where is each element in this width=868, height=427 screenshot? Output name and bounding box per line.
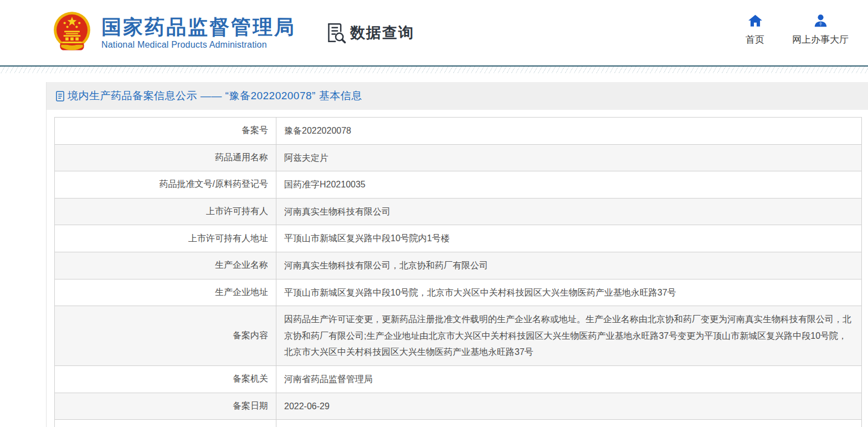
row-label: 生产企业地址: [55, 279, 276, 306]
table-row: 生产企业名称河南真实生物科技有限公司，北京协和药厂有限公司: [55, 252, 862, 279]
table-row: 备案号豫备2022020078: [55, 118, 862, 145]
row-value: 国药准字H20210035: [276, 171, 862, 199]
row-value: 已备案: [276, 420, 862, 427]
row-label: 备案内容: [55, 306, 276, 366]
home-icon: [748, 13, 763, 28]
row-value: 2022-06-29: [276, 393, 862, 420]
document-icon: [56, 91, 64, 101]
row-value: 因药品生产许可证变更，更新药品注册批准文件载明的生产企业名称或地址。生产企业名称…: [276, 306, 862, 366]
content-container: 境内生产药品备案信息公示 —— “豫备2022020078” 基本信息 备案号豫…: [46, 82, 868, 427]
table-row: 药品通用名称阿兹夫定片: [55, 144, 862, 171]
row-label: 生产企业名称: [55, 252, 276, 279]
table-row: 备案日期2022-06-29: [55, 393, 862, 420]
table-row: 备案内容因药品生产许可证变更，更新药品注册批准文件载明的生产企业名称或地址。生产…: [55, 306, 862, 366]
row-label: 备注: [55, 420, 276, 427]
site-logo[interactable]: 国家药品监督管理局 National Medical Products Admi…: [53, 11, 296, 54]
document-search-icon: [325, 22, 347, 44]
nav-home-label: 首页: [746, 33, 764, 46]
user-icon: [813, 13, 828, 28]
table-row: 备注已备案: [55, 420, 862, 427]
hatch-pattern-band: [0, 67, 868, 73]
row-value: 河南真实生物科技有限公司: [276, 198, 862, 225]
row-label: 药品通用名称: [55, 144, 276, 171]
logo-title: 国家药品监督管理局: [101, 16, 296, 38]
nav-home[interactable]: 首页: [746, 13, 764, 46]
table-row: 上市许可持有人地址平顶山市新城区复兴路中段10号院内1号楼: [55, 225, 862, 252]
table-row: 备案机关河南省药品监督管理局: [55, 365, 862, 393]
row-value: 河南真实生物科技有限公司，北京协和药厂有限公司: [276, 252, 862, 279]
logo-subtitle: National Medical Products Administration: [101, 40, 296, 50]
page-title: 境内生产药品备案信息公示 —— “豫备2022020078” 基本信息: [68, 89, 362, 103]
row-value: 平顶山市新城区复兴路中段10号院内1号楼: [276, 225, 862, 252]
row-label: 药品批准文号/原料药登记号: [55, 171, 276, 199]
header-nav: 首页 网上办事大厅: [746, 13, 849, 46]
info-table: 备案号豫备2022020078药品通用名称阿兹夫定片药品批准文号/原料药登记号国…: [54, 117, 862, 427]
row-label: 备案号: [55, 118, 276, 145]
nav-online-hall-label: 网上办事大厅: [792, 33, 849, 46]
row-label: 上市许可持有人: [55, 198, 276, 225]
site-header: 国家药品监督管理局 National Medical Products Admi…: [0, 0, 868, 65]
table-row: 生产企业地址平顶山市新城区复兴路中段10号院，北京市大兴区中关村科技园区大兴生物…: [55, 279, 862, 306]
nav-online-hall[interactable]: 网上办事大厅: [792, 13, 849, 46]
row-label: 上市许可持有人地址: [55, 225, 276, 252]
row-value: 阿兹夫定片: [276, 144, 862, 171]
info-table-body: 备案号豫备2022020078药品通用名称阿兹夫定片药品批准文号/原料药登记号国…: [55, 118, 862, 427]
data-query-label: 数据查询: [350, 23, 414, 43]
info-table-wrap: 备案号豫备2022020078药品通用名称阿兹夫定片药品批准文号/原料药登记号国…: [47, 110, 868, 427]
row-label: 备案日期: [55, 393, 276, 420]
national-emblem-icon: [53, 11, 91, 54]
table-row: 上市许可持有人河南真实生物科技有限公司: [55, 198, 862, 225]
row-label: 备案机关: [55, 365, 276, 393]
table-row: 药品批准文号/原料药登记号国药准字H20210035: [55, 171, 862, 199]
data-query-heading: 数据查询: [325, 22, 414, 44]
row-value: 河南省药品监督管理局: [276, 365, 862, 393]
row-value: 平顶山市新城区复兴路中段10号院，北京市大兴区中关村科技园区大兴生物医药产业基地…: [276, 279, 862, 306]
row-value: 豫备2022020078: [276, 118, 862, 145]
page-title-bar: 境内生产药品备案信息公示 —— “豫备2022020078” 基本信息: [47, 82, 868, 110]
